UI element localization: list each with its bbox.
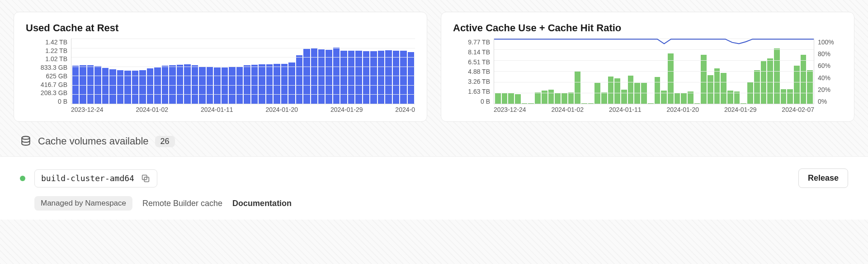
copy-icon[interactable]: [141, 173, 151, 183]
chart1-bar: [80, 65, 86, 104]
remote-builder-label: Remote Builder cache: [142, 199, 222, 208]
chart1-bar: [192, 65, 198, 104]
chart1-bar: [318, 49, 325, 104]
section-title: Cache volumes available: [38, 135, 149, 147]
chart2-y-axis-left: 9.77 TB8.14 TB6.51 TB4.88 TB3.26 TB1.63 …: [453, 38, 494, 113]
chart2-bar: [555, 93, 561, 104]
chart2-bar: [681, 93, 687, 104]
chart1-bar: [274, 64, 280, 104]
chart2-bar: [648, 103, 654, 104]
chart1-bar: [355, 51, 362, 104]
cluster-name-chip[interactable]: build-cluster-amd64: [34, 169, 157, 187]
chart1-bar: [177, 65, 183, 104]
chart2-bar: [522, 103, 528, 104]
chart1-bar: [348, 51, 354, 104]
chart-title: Active Cache Use + Cache Hit Ratio: [453, 22, 842, 34]
chart2-bar: [747, 82, 753, 104]
chart1-bar: [333, 48, 340, 104]
chart2-bar: [675, 93, 680, 104]
chart1-bar: [117, 70, 123, 104]
svg-point-0: [22, 136, 29, 139]
chart1-bar: [222, 67, 228, 104]
chart2-bar: [807, 70, 813, 104]
chart1-bar: [147, 68, 153, 104]
chart2-bar: [542, 91, 547, 104]
chart1-plot: [71, 38, 415, 104]
chart2-bar: [594, 83, 600, 104]
chart2-bar: [761, 61, 767, 104]
chart2-bar: [495, 93, 501, 104]
chart1-bar: [162, 66, 168, 104]
chart1-bar: [102, 68, 108, 104]
chart1-bar: [251, 65, 258, 104]
chart2-bar: [535, 92, 541, 104]
chart1-bar: [132, 71, 138, 104]
chart1-bar: [296, 55, 302, 104]
chart2-bar: [614, 78, 620, 104]
chart1-bar: [259, 64, 265, 104]
chart2-bar: [601, 92, 607, 104]
chart2-bar: [628, 76, 634, 104]
cluster-name-text: build-cluster-amd64: [41, 173, 134, 183]
chart1-bar: [408, 52, 414, 104]
chart2-bar: [741, 103, 746, 104]
volume-item: build-cluster-amd64 Release Managed by N…: [0, 156, 868, 220]
chart2-bar: [581, 103, 587, 104]
chart1-bar: [87, 65, 94, 104]
chart1-bar: [370, 51, 377, 104]
chart2-bar: [714, 68, 720, 104]
chart1-bar: [236, 67, 243, 104]
chart2-bar: [754, 70, 760, 104]
chart1-bar: [385, 50, 392, 104]
chart2-bar: [515, 94, 521, 104]
chart1-bar: [229, 67, 235, 104]
chart2-bar: [787, 89, 793, 104]
chart1-bar: [288, 62, 295, 104]
chart1-bar: [207, 67, 213, 104]
chart2-x-axis: 2023-12-242024-01-022024-01-112024-01-20…: [494, 104, 814, 113]
card-used-cache-at-rest: Used Cache at Rest 1.42 TB1.22 TB1.02 TB…: [14, 12, 427, 122]
chart2-plot: [494, 38, 814, 104]
chart2-bar: [734, 91, 740, 104]
chart1-bar: [139, 70, 146, 104]
chart1-bar: [393, 51, 399, 104]
chart2-bar: [701, 55, 707, 104]
chart2-bar: [708, 75, 713, 104]
chart2-bar: [688, 91, 693, 104]
chart2-bar: [548, 90, 554, 104]
chart2-bar: [588, 103, 594, 104]
chart1-bar: [169, 65, 175, 104]
chart2-bar: [801, 55, 807, 104]
chart1-bar: [184, 64, 190, 104]
card-active-cache-use: Active Cache Use + Cache Hit Ratio 9.77 …: [441, 12, 854, 122]
database-icon: [20, 135, 32, 147]
chart1-bar: [72, 66, 79, 104]
chart2-bar: [608, 77, 614, 104]
chart1-bar: [214, 67, 220, 104]
chart2-bar: [794, 66, 800, 104]
chart2-bar: [781, 89, 787, 104]
documentation-link[interactable]: Documentation: [232, 199, 292, 208]
chart2-bar: [621, 90, 627, 104]
chart1-bar: [326, 50, 332, 104]
chart1-bar: [94, 66, 101, 104]
chart1-bar: [281, 64, 288, 104]
chart2-bar: [641, 83, 647, 104]
chart2-bar: [528, 103, 534, 104]
status-dot-online: [20, 176, 25, 181]
managed-by-badge: Managed by Namespace: [34, 196, 132, 211]
chart2-bar: [661, 91, 667, 104]
chart1-bar: [340, 51, 347, 104]
chart1-bar: [378, 51, 384, 104]
chart2-bar: [655, 77, 660, 104]
chart2-bar: [568, 92, 574, 104]
chart1-bar: [303, 49, 310, 104]
chart2-bar: [668, 53, 674, 104]
chart1-bar: [244, 65, 250, 104]
chart2-bar: [575, 71, 580, 104]
chart1-bar: [199, 67, 205, 104]
chart2-y-axis-right: 100%80%60%40%20%0%: [814, 38, 842, 113]
release-button[interactable]: Release: [798, 168, 848, 188]
volume-count-badge: 26: [155, 136, 175, 147]
chart2-bar: [634, 83, 640, 104]
